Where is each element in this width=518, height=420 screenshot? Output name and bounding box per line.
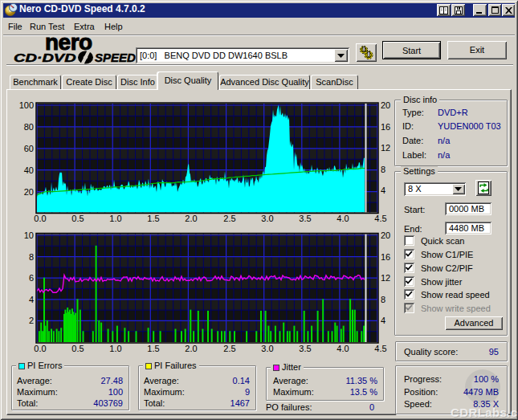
svg-text:2.5: 2.5 bbox=[223, 344, 235, 353]
svg-text:100: 100 bbox=[19, 100, 34, 110]
svg-text:4: 4 bbox=[29, 295, 34, 304]
svg-text:20: 20 bbox=[381, 100, 390, 110]
svg-text:2.5: 2.5 bbox=[223, 214, 235, 223]
svg-text:4.0: 4.0 bbox=[336, 214, 349, 223]
svg-text:4: 4 bbox=[381, 186, 385, 195]
svg-text:8: 8 bbox=[29, 252, 34, 262]
svg-text:0.0: 0.0 bbox=[34, 344, 46, 353]
svg-text:10: 10 bbox=[24, 230, 34, 240]
svg-text:20: 20 bbox=[24, 187, 34, 197]
svg-text:40: 40 bbox=[24, 165, 34, 175]
svg-text:12: 12 bbox=[381, 273, 390, 283]
svg-text:3.5: 3.5 bbox=[299, 214, 311, 223]
svg-text:4: 4 bbox=[381, 316, 385, 325]
svg-text:3.0: 3.0 bbox=[261, 344, 273, 353]
svg-text:4.5: 4.5 bbox=[374, 344, 386, 353]
svg-text:4.5: 4.5 bbox=[374, 214, 386, 223]
svg-text:8: 8 bbox=[381, 295, 385, 304]
svg-text:0.5: 0.5 bbox=[71, 344, 84, 353]
svg-text:12: 12 bbox=[381, 143, 390, 153]
svg-text:16: 16 bbox=[381, 252, 390, 262]
svg-text:80: 80 bbox=[24, 122, 34, 132]
svg-text:6: 6 bbox=[29, 273, 34, 283]
svg-text:3.0: 3.0 bbox=[261, 214, 273, 223]
svg-text:1.0: 1.0 bbox=[109, 214, 121, 223]
svg-text:3.5: 3.5 bbox=[299, 344, 311, 353]
svg-text:1.5: 1.5 bbox=[147, 214, 159, 223]
svg-text:1.0: 1.0 bbox=[109, 344, 121, 353]
svg-text:2.0: 2.0 bbox=[185, 214, 197, 223]
svg-text:8: 8 bbox=[381, 165, 385, 174]
svg-text:0.0: 0.0 bbox=[34, 214, 46, 223]
svg-text:1.5: 1.5 bbox=[147, 344, 159, 353]
svg-text:20: 20 bbox=[381, 230, 390, 240]
svg-text:16: 16 bbox=[381, 122, 390, 132]
svg-text:60: 60 bbox=[24, 144, 34, 153]
svg-text:2.0: 2.0 bbox=[185, 344, 197, 353]
svg-text:2: 2 bbox=[29, 316, 34, 325]
svg-text:0.5: 0.5 bbox=[71, 214, 84, 223]
svg-text:4.0: 4.0 bbox=[336, 344, 349, 353]
